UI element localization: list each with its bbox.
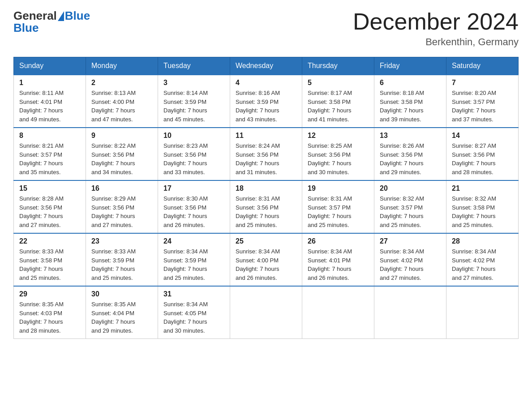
day-info: Sunrise: 8:34 AM Sunset: 4:02 PM Dayligh… [380,247,441,282]
day-info: Sunrise: 8:22 AM Sunset: 3:56 PM Dayligh… [91,141,152,176]
calendar-cell: 3 Sunrise: 8:14 AM Sunset: 3:59 PM Dayli… [158,75,230,128]
day-number: 19 [308,184,369,193]
day-number: 8 [19,132,80,140]
calendar-cell: 23 Sunrise: 8:33 AM Sunset: 3:59 PM Dayl… [86,233,158,286]
calendar-cell: 13 Sunrise: 8:26 AM Sunset: 3:56 PM Dayl… [374,128,446,180]
day-info: Sunrise: 8:31 AM Sunset: 3:57 PM Dayligh… [308,194,369,229]
calendar-cell: 30 Sunrise: 8:35 AM Sunset: 4:04 PM Dayl… [86,286,158,339]
day-number: 10 [163,132,224,140]
calendar-cell: 21 Sunrise: 8:32 AM Sunset: 3:58 PM Dayl… [446,180,519,233]
day-number: 4 [236,79,296,87]
logo-triangle-icon [58,11,64,21]
day-info: Sunrise: 8:25 AM Sunset: 3:56 PM Dayligh… [308,141,369,176]
logo-blue: Blue [65,9,90,23]
calendar-cell: 27 Sunrise: 8:34 AM Sunset: 4:02 PM Dayl… [374,233,446,286]
calendar-cell: 2 Sunrise: 8:13 AM Sunset: 4:00 PM Dayli… [86,75,158,128]
day-number: 26 [308,237,369,245]
day-info: Sunrise: 8:17 AM Sunset: 3:58 PM Dayligh… [308,89,369,124]
calendar-cell: 19 Sunrise: 8:31 AM Sunset: 3:57 PM Dayl… [302,180,374,233]
day-info: Sunrise: 8:18 AM Sunset: 3:58 PM Dayligh… [380,89,441,124]
day-info: Sunrise: 8:16 AM Sunset: 3:59 PM Dayligh… [236,89,296,124]
header-friday: Friday [374,57,446,75]
day-info: Sunrise: 8:27 AM Sunset: 3:56 PM Dayligh… [452,141,513,176]
day-number: 27 [380,237,441,245]
day-number: 5 [308,79,369,87]
header-wednesday: Wednesday [230,57,302,75]
calendar-cell: 1 Sunrise: 8:11 AM Sunset: 4:01 PM Dayli… [14,75,86,128]
calendar-cell: 14 Sunrise: 8:27 AM Sunset: 3:56 PM Dayl… [446,128,519,180]
day-number: 6 [380,79,441,87]
main-title: December 2024 [353,9,519,34]
day-info: Sunrise: 8:24 AM Sunset: 3:56 PM Dayligh… [236,141,296,176]
day-number: 17 [163,184,224,193]
day-info: Sunrise: 8:13 AM Sunset: 4:00 PM Dayligh… [91,89,152,124]
day-info: Sunrise: 8:35 AM Sunset: 4:04 PM Dayligh… [91,300,152,335]
day-info: Sunrise: 8:30 AM Sunset: 3:56 PM Dayligh… [163,194,224,229]
weekday-header-row: Sunday Monday Tuesday Wednesday Thursday… [14,57,519,75]
day-number: 18 [236,184,296,193]
week-row-1: 1 Sunrise: 8:11 AM Sunset: 4:01 PM Dayli… [14,75,519,128]
logo: General Blue Blue [13,9,90,35]
day-info: Sunrise: 8:34 AM Sunset: 4:01 PM Dayligh… [308,247,369,282]
day-number: 23 [91,237,152,245]
day-info: Sunrise: 8:31 AM Sunset: 3:56 PM Dayligh… [236,194,296,229]
day-info: Sunrise: 8:20 AM Sunset: 3:57 PM Dayligh… [452,89,513,124]
day-number: 15 [19,184,80,193]
day-number: 14 [452,132,513,140]
calendar-cell: 10 Sunrise: 8:23 AM Sunset: 3:56 PM Dayl… [158,128,230,180]
day-info: Sunrise: 8:34 AM Sunset: 3:59 PM Dayligh… [163,247,224,282]
day-info: Sunrise: 8:29 AM Sunset: 3:56 PM Dayligh… [91,194,152,229]
day-info: Sunrise: 8:35 AM Sunset: 4:03 PM Dayligh… [19,300,80,335]
day-info: Sunrise: 8:33 AM Sunset: 3:59 PM Dayligh… [91,247,152,282]
calendar-cell [446,286,519,339]
calendar-cell: 9 Sunrise: 8:22 AM Sunset: 3:56 PM Dayli… [86,128,158,180]
calendar-cell: 15 Sunrise: 8:28 AM Sunset: 3:56 PM Dayl… [14,180,86,233]
day-number: 11 [236,132,296,140]
day-number: 16 [91,184,152,193]
day-number: 25 [236,237,296,245]
day-number: 20 [380,184,441,193]
day-info: Sunrise: 8:28 AM Sunset: 3:56 PM Dayligh… [19,194,80,229]
calendar-cell: 29 Sunrise: 8:35 AM Sunset: 4:03 PM Dayl… [14,286,86,339]
day-number: 28 [452,237,513,245]
calendar-cell: 20 Sunrise: 8:32 AM Sunset: 3:57 PM Dayl… [374,180,446,233]
day-number: 22 [19,237,80,245]
calendar-cell: 16 Sunrise: 8:29 AM Sunset: 3:56 PM Dayl… [86,180,158,233]
calendar-cell: 28 Sunrise: 8:34 AM Sunset: 4:02 PM Dayl… [446,233,519,286]
calendar-cell: 7 Sunrise: 8:20 AM Sunset: 3:57 PM Dayli… [446,75,519,128]
calendar-cell [374,286,446,339]
header-tuesday: Tuesday [158,57,230,75]
calendar-cell: 4 Sunrise: 8:16 AM Sunset: 3:59 PM Dayli… [230,75,302,128]
header-saturday: Saturday [446,57,519,75]
calendar-cell: 5 Sunrise: 8:17 AM Sunset: 3:58 PM Dayli… [302,75,374,128]
day-number: 9 [91,132,152,140]
header-monday: Monday [86,57,158,75]
day-info: Sunrise: 8:32 AM Sunset: 3:58 PM Dayligh… [452,194,513,229]
day-number: 3 [163,79,224,87]
day-number: 30 [91,290,152,298]
day-info: Sunrise: 8:34 AM Sunset: 4:00 PM Dayligh… [236,247,296,282]
calendar-cell [302,286,374,339]
day-info: Sunrise: 8:11 AM Sunset: 4:01 PM Dayligh… [19,89,80,124]
day-info: Sunrise: 8:32 AM Sunset: 3:57 PM Dayligh… [380,194,441,229]
calendar-cell: 12 Sunrise: 8:25 AM Sunset: 3:56 PM Dayl… [302,128,374,180]
day-info: Sunrise: 8:14 AM Sunset: 3:59 PM Dayligh… [163,89,224,124]
day-number: 13 [380,132,441,140]
week-row-4: 22 Sunrise: 8:33 AM Sunset: 3:58 PM Dayl… [14,233,519,286]
calendar-cell: 11 Sunrise: 8:24 AM Sunset: 3:56 PM Dayl… [230,128,302,180]
day-info: Sunrise: 8:26 AM Sunset: 3:56 PM Dayligh… [380,141,441,176]
day-number: 12 [308,132,369,140]
day-number: 2 [91,79,152,87]
calendar-cell: 18 Sunrise: 8:31 AM Sunset: 3:56 PM Dayl… [230,180,302,233]
header-sunday: Sunday [14,57,86,75]
day-number: 24 [163,237,224,245]
day-number: 7 [452,79,513,87]
calendar-cell: 31 Sunrise: 8:34 AM Sunset: 4:05 PM Dayl… [158,286,230,339]
day-info: Sunrise: 8:21 AM Sunset: 3:57 PM Dayligh… [19,141,80,176]
calendar-cell: 8 Sunrise: 8:21 AM Sunset: 3:57 PM Dayli… [14,128,86,180]
week-row-3: 15 Sunrise: 8:28 AM Sunset: 3:56 PM Dayl… [14,180,519,233]
calendar-cell: 26 Sunrise: 8:34 AM Sunset: 4:01 PM Dayl… [302,233,374,286]
logo-underline: Blue [13,21,39,35]
day-info: Sunrise: 8:23 AM Sunset: 3:56 PM Dayligh… [163,141,224,176]
title-block: December 2024 Berkenthin, Germany [353,9,519,48]
